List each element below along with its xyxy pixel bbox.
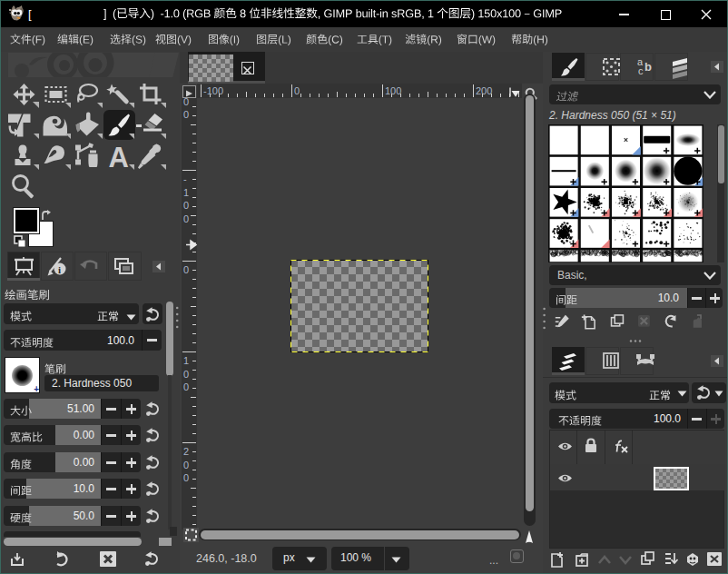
svg-text:0: 0 [183,109,189,120]
svg-text:2: 2 [183,446,189,457]
svg-text:0: 0 [294,85,300,96]
svg-text:i: i [58,264,61,275]
svg-text:0: 0 [183,264,189,275]
svg-text:1: 1 [183,187,189,198]
svg-text:-100: -100 [203,85,223,96]
svg-text:0: 0 [183,381,189,392]
svg-text:0: 0 [183,213,189,224]
svg-text:c: c [638,65,644,76]
svg-text:0: 0 [183,460,189,470]
svg-text:1: 1 [183,355,189,366]
svg-text:b: b [644,60,652,74]
svg-text:0: 0 [183,200,189,211]
svg-text:-: - [183,173,187,184]
svg-text:0: 0 [183,472,189,483]
svg-text:A: A [109,142,129,173]
svg-text:200: 200 [476,85,492,96]
svg-text:0: 0 [183,98,189,107]
svg-text:100: 100 [385,85,401,96]
svg-text:0: 0 [183,369,189,380]
